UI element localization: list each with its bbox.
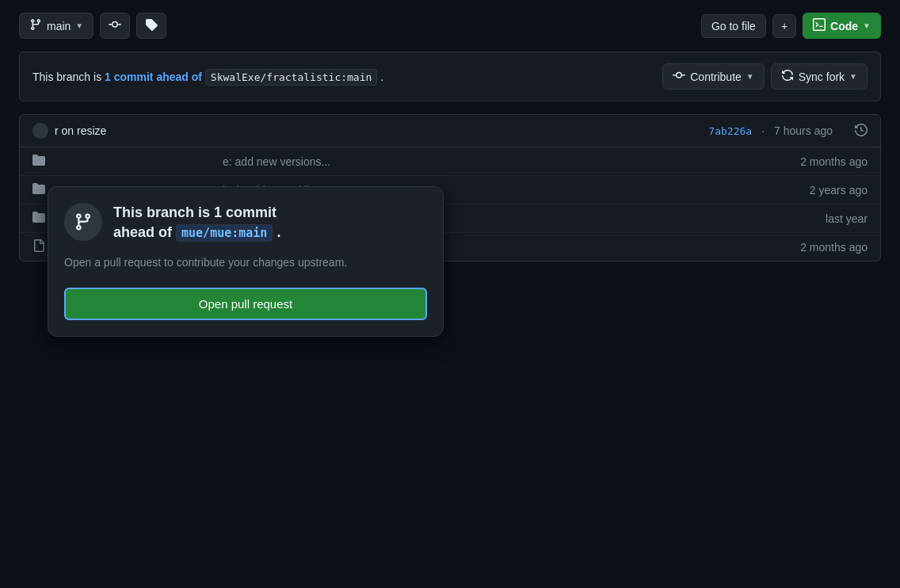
popup-title-block: This branch is 1 commit ahead of mue/mue… [113,203,280,242]
plus-icon: + [781,20,788,32]
popup-description: Open a pull request to contribute your c… [64,254,427,271]
popup-title-suffix: . [276,224,280,240]
file-time: last year [772,212,868,225]
popup-title: This branch is 1 commit ahead of mue/mue… [113,203,280,242]
file-time: 2 years ago [772,184,868,197]
popup-repo-ref: mue/mue:main [176,224,273,242]
upstream-repo-ref: SkwalExe/fractalistic:main [205,69,378,86]
open-pull-request-button[interactable]: Open pull request [64,288,427,320]
history-icon [855,124,868,139]
header-time-ago: 7 hours ago [774,124,833,137]
contribute-icon [673,69,685,84]
file-list-header: r on resize 7ab226a · 7 hours ago [20,115,880,147]
contribute-button[interactable]: Contribute ▼ [662,63,765,90]
branch-info-bar: This branch is 1 commit ahead of SkwalEx… [19,52,881,101]
contribute-chevron-icon: ▼ [746,72,754,81]
avatar [32,123,48,139]
popup-title-part2: ahead of [113,224,172,240]
folder-icon [32,211,45,226]
tags-icon [145,18,158,33]
folder-icon [32,154,45,169]
branch-chevron-icon: ▼ [75,21,83,30]
folder-icon [32,182,45,197]
git-branch-icon [29,18,42,33]
sync-fork-button[interactable]: Sync fork ▼ [771,63,868,90]
contribute-label: Contribute [690,71,742,83]
code-label: Code [830,20,858,32]
popup-title-part1: This branch is 1 commit [113,204,276,220]
code-icon [813,18,826,33]
popup-branch-icon-circle [64,203,102,241]
file-time: 2 months ago [772,241,868,254]
sync-fork-chevron-icon: ▼ [849,72,857,81]
branch-prefix: This branch is [32,71,101,83]
sync-fork-label: Sync fork [799,71,845,83]
file-time: 2 months ago [772,155,868,168]
go-to-file-button[interactable]: Go to file [701,14,766,38]
commit-count: 1 commit ahead of [105,71,202,83]
sync-icon [781,69,794,84]
code-button[interactable]: Code ▼ [803,13,881,39]
commits-icon [109,18,121,33]
popup-header: This branch is 1 commit ahead of mue/mue… [64,203,427,242]
go-to-file-label: Go to file [711,20,756,32]
contribute-popup: This branch is 1 commit ahead of mue/mue… [48,186,444,337]
table-row: e: add new versions... 2 months ago [20,147,880,176]
file-icon [32,239,45,254]
code-chevron-icon: ▼ [863,21,871,30]
commit-hash: 7ab226a [708,125,752,137]
add-button[interactable]: + [772,14,796,38]
branch-selector[interactable]: main ▼ [19,13,93,39]
branch-name: main [47,20,71,32]
branch-suffix: . [380,71,383,83]
tags-button[interactable] [136,13,166,39]
header-commit-message: r on resize [55,124,106,137]
file-commit: e: add new versions... [223,155,763,168]
commits-button[interactable] [100,13,130,39]
branch-info-text: This branch is 1 commit ahead of SkwalEx… [32,71,653,83]
